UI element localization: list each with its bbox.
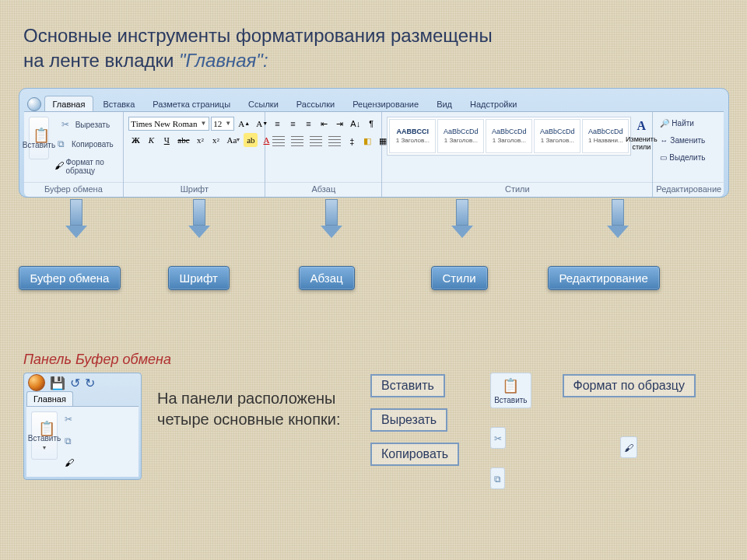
increase-indent-button[interactable]: ⇥ (332, 117, 346, 131)
body-paragraph: На панели расположены четыре основные кн… (157, 373, 352, 430)
office-button-icon[interactable] (28, 374, 45, 391)
callout-font: Шрифт (168, 266, 230, 290)
callout-clipboard: Буфер обмена (19, 266, 121, 290)
brush-icon (54, 160, 64, 173)
arrow-icon (321, 199, 342, 238)
style-item[interactable]: AaBbCcDd1 Названи... (582, 119, 629, 153)
replace-icon: ↔ (660, 136, 668, 145)
strike-button[interactable]: abc (175, 133, 191, 147)
callout-editing: Редактирование (548, 266, 660, 290)
arrow-row (19, 198, 729, 266)
paste-button[interactable]: Вставить (29, 117, 50, 159)
decrease-indent-button[interactable]: ⇤ (317, 117, 331, 131)
group-label-paragraph: Абзац (265, 182, 381, 197)
italic-button[interactable]: К (144, 133, 158, 147)
select-button[interactable]: ▭Выделить (658, 151, 707, 165)
paste-icon-demo: Вставить (490, 373, 531, 408)
select-icon: ▭ (660, 153, 667, 162)
group-styles: AABBCCI1 Заголов... AaBbCcDd1 Заголов...… (382, 112, 653, 197)
tab-mailings[interactable]: Рассылки (288, 96, 343, 111)
grow-font-button[interactable]: A▲ (236, 117, 252, 131)
line-spacing-button[interactable]: ‡ (345, 135, 359, 149)
save-icon[interactable]: 💾 (50, 376, 65, 390)
callout-paragraph: Абзац (299, 266, 355, 290)
pill-row: Буфер обмена Шрифт Абзац Стили Редактиро… (19, 266, 729, 297)
clipboard-icon (502, 376, 519, 394)
sort-button[interactable]: A↓ (348, 117, 363, 131)
mini-copy-button[interactable] (62, 433, 79, 450)
font-size-combo[interactable]: 12▼ (211, 117, 234, 131)
bullets-button[interactable]: ≡ (270, 117, 284, 131)
show-marks-button[interactable]: ¶ (364, 117, 378, 131)
change-styles-button[interactable]: A Изменить стили (634, 117, 648, 153)
subscript-button[interactable]: x2 (194, 133, 208, 147)
mini-format-button[interactable] (62, 455, 79, 472)
styles-gallery[interactable]: AABBCCI1 Заголов... AaBbCcDd1 Заголов...… (387, 117, 631, 156)
group-clipboard: Вставить Вырезать Копировать Формат по о… (24, 112, 124, 197)
label-cut: Вырезать (370, 408, 447, 432)
arrow-icon (188, 199, 210, 238)
group-editing: 🔎Найти ↔Заменить ▭Выделить Редактировани… (653, 112, 724, 197)
format-icon-demo (620, 436, 637, 458)
redo-icon[interactable]: ↻ (85, 376, 95, 390)
brush-icon (624, 440, 633, 454)
group-font: Times New Roman▼ 12▼ A▲ A▼ Ж К Ч abc x2 … (124, 112, 265, 197)
style-item[interactable]: AABBCCI1 Заголов... (389, 119, 436, 153)
shading-button[interactable]: ◧ (360, 134, 374, 149)
tab-page-layout[interactable]: Разметка страницы (144, 96, 239, 111)
cut-button[interactable]: Вырезать (52, 117, 118, 134)
group-label-styles: Стили (382, 182, 652, 197)
scissors-icon (65, 414, 77, 426)
tab-addins[interactable]: Надстройки (461, 96, 525, 111)
underline-button[interactable]: Ч (160, 133, 174, 147)
tab-insert[interactable]: Вставка (94, 96, 143, 111)
panel-section-title: Панель Буфер обмена (23, 352, 724, 368)
label-paste: Вставить (370, 374, 445, 397)
replace-button[interactable]: ↔Заменить (658, 134, 707, 148)
font-name-combo[interactable]: Times New Roman▼ (128, 117, 209, 131)
style-item[interactable]: AaBbCcDd1 Заголов... (437, 119, 484, 153)
change-case-button[interactable]: Aa▾ (225, 133, 243, 147)
brush-icon (65, 457, 77, 470)
tab-references[interactable]: Ссылки (240, 96, 287, 111)
arrow-icon (607, 199, 629, 238)
justify-button[interactable] (326, 134, 343, 149)
scissors-icon (61, 119, 74, 131)
mini-paste-button[interactable]: Вставить ▾ (31, 411, 58, 460)
intro-text: Основные инструменты форматирования разм… (0, 0, 747, 80)
word-ribbon: Главная Вставка Разметка страницы Ссылки… (19, 88, 729, 198)
mini-cut-button[interactable] (62, 411, 79, 429)
find-icon: 🔎 (660, 119, 669, 128)
callout-styles: Стили (431, 266, 488, 290)
bold-button[interactable]: Ж (128, 133, 142, 147)
group-label-clipboard: Буфер обмена (24, 182, 124, 197)
office-orb-icon[interactable] (27, 97, 41, 111)
align-right-button[interactable] (307, 134, 324, 149)
copy-button[interactable]: Копировать (52, 136, 118, 153)
numbering-button[interactable]: ≡ (286, 117, 300, 131)
clipboard-icon (38, 420, 51, 432)
tab-home[interactable]: Главная (44, 96, 94, 111)
format-painter-button[interactable]: Формат по образцу (52, 156, 118, 177)
multilevel-button[interactable]: ≡ (301, 117, 315, 131)
tab-view[interactable]: Вид (428, 96, 461, 111)
tab-review[interactable]: Рецензирование (344, 96, 427, 111)
superscript-button[interactable]: x2 (209, 133, 223, 147)
find-button[interactable]: 🔎Найти (658, 117, 696, 131)
mini-tab-home[interactable]: Главная (26, 391, 73, 406)
copy-icon (58, 138, 70, 151)
ribbon-tabstrip: Главная Вставка Разметка страницы Ссылки… (24, 93, 724, 112)
copy-icon-demo (490, 467, 505, 489)
style-item[interactable]: AaBbCcDd1 Заголов... (486, 119, 532, 153)
mini-clipboard-panel: 💾 ↺ ↻ Главная Вставить ▾ (23, 373, 142, 480)
cut-icon-demo (490, 427, 506, 449)
label-copy: Копировать (370, 443, 459, 466)
align-left-button[interactable] (270, 134, 287, 149)
arrow-icon (451, 199, 473, 238)
undo-icon[interactable]: ↺ (70, 376, 80, 390)
align-center-button[interactable] (289, 134, 306, 149)
style-item[interactable]: AaBbCcDd1 Заголов... (534, 119, 580, 153)
highlight-button[interactable]: ab (244, 133, 258, 147)
copy-icon (65, 436, 77, 448)
group-label-editing: Редактирование (653, 182, 724, 197)
